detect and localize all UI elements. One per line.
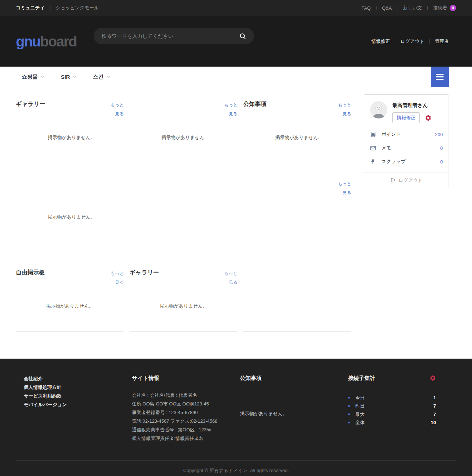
empty-message: 掲示物がありません. [16, 163, 124, 263]
more-link[interactable]: もっと見る [110, 269, 124, 287]
footer-link-company[interactable]: 会社紹介 [24, 374, 132, 383]
search-button[interactable] [238, 31, 248, 41]
memo-label: メモ [382, 145, 391, 151]
empty-message: 掲示物がありません。 [240, 410, 348, 417]
scrap-label: スクラップ [382, 158, 406, 165]
footer-notice: 公知事項 掲示物がありません。 [240, 374, 348, 443]
stat-row-yesterday: 昨日 7 [348, 402, 440, 410]
topbar-right-menu: FAQ Q&A 新しい文 接続者 0 [361, 5, 456, 11]
topbar-left-menu: コミュニティ ショッピングモール [16, 5, 99, 11]
stat-row-max: 最大 7 [348, 410, 440, 418]
more-link[interactable]: もっと見る [223, 269, 237, 287]
topbar-item-shopping-mall[interactable]: ショッピングモール [56, 5, 99, 11]
topbar-item-qna[interactable]: Q&A [382, 5, 392, 11]
site-logo[interactable]: gnuboard [16, 34, 76, 49]
search-bar [94, 28, 254, 44]
more-link[interactable]: もっと見る [223, 100, 237, 118]
section-title: 自由掲示板 [16, 269, 45, 276]
edit-info-button[interactable]: 情報修正 [392, 112, 420, 123]
footer-link-terms[interactable]: サービス利用約款 [24, 392, 132, 400]
avatar [370, 101, 387, 118]
visitors-count-badge: 0 [450, 5, 456, 11]
footer-link-mobile[interactable]: モバイルバージョン [24, 400, 132, 409]
visitor-stats-title: 接続子集計 [348, 374, 375, 382]
stat-value: 10 [431, 418, 436, 427]
search-input[interactable] [102, 33, 238, 39]
more-link[interactable]: もっと見る [337, 100, 351, 118]
nav-item-sir[interactable]: SIR [61, 74, 76, 80]
visitors-label: 接続者 [433, 5, 447, 11]
pin-icon [370, 159, 377, 165]
latest-boards-area: ギャラリー もっと見る 掲示物がありません. もっと見る 掲示物がありません. … [16, 94, 351, 359]
section-title: 公知事項 [243, 100, 266, 108]
stat-row-total: 全体 10 [348, 418, 440, 427]
latest-section-free-board: 自由掲示板 もっと見る 掲示物がありません。 [16, 263, 124, 332]
footer-link-privacy[interactable]: 個人情報処理方針 [24, 383, 132, 392]
empty-message: 掲示物がありません. [130, 118, 238, 163]
latest-section-gallery: ギャラリー もっと見る 掲示物がありません. [16, 94, 124, 163]
topbar-item-faq[interactable]: FAQ [361, 5, 371, 11]
empty-message: 掲示物がありません。 [130, 287, 238, 331]
memo-icon [370, 145, 377, 151]
bullet-icon [348, 397, 350, 399]
divider [395, 39, 395, 44]
header-logout-link[interactable]: ログアウト [400, 38, 424, 45]
member-stats: ポイント 200 メモ 0 スクラップ 0 [364, 126, 449, 172]
bullet-icon [348, 413, 350, 415]
hamburger-menu-button[interactable] [431, 67, 449, 87]
divider [397, 6, 397, 10]
latest-section-untitled: 掲示物がありません. [16, 163, 124, 263]
topbar-item-visitors[interactable]: 接続者 0 [433, 5, 456, 11]
latest-section-untitled: もっと見る 掲示物がありません. [130, 94, 238, 163]
profile-block: 最高管理者さん 情報修正 [364, 95, 449, 126]
footer-site-info: サイト情報 会社名 : 会社名/代表 : 代表者名 住所:OO島 OO市 OO区… [132, 374, 240, 443]
footer-policy-links: 会社紹介 個人情報処理方針 サービス利用約款 モバイルバージョン [24, 374, 132, 443]
divider [50, 6, 50, 10]
latest-row-3: 自由掲示板 もっと見る 掲示物がありません。 ギャラリー もっと見る 掲示物があ… [16, 263, 351, 332]
latest-section-gallery: ギャラリー もっと見る 掲示物がありません。 [130, 263, 238, 332]
logo-text-gnu: gnu [16, 33, 40, 49]
points-icon [370, 131, 377, 138]
points-row[interactable]: ポイント 200 [370, 127, 443, 141]
stat-value: 7 [433, 410, 436, 418]
header-member-menu: 情報修正 ログアウト 管理者 [371, 38, 449, 45]
site-info-line: 会社名 : 会社名/代表 : 代表者名 [132, 391, 240, 400]
copyright-text: Copyright © 所有するドメイン. All rights reserve… [16, 460, 456, 476]
site-header: gnuboard 情報修正 ログアウト 管理者 [0, 16, 472, 67]
more-link[interactable]: もっと見る [110, 100, 124, 118]
more-link[interactable]: もっと見る [337, 179, 351, 197]
gear-icon[interactable] [429, 375, 436, 381]
site-info-title: サイト情報 [132, 374, 240, 382]
logout-button[interactable]: ログアウト [364, 172, 449, 188]
topbar-item-new-posts[interactable]: 新しい文 [403, 5, 422, 11]
memo-value: 0 [440, 145, 443, 151]
empty-message: 掲示物がありません. [243, 118, 351, 163]
profile-info: 最高管理者さん 情報修正 [392, 101, 432, 123]
main-area: ギャラリー もっと見る 掲示物がありません. もっと見る 掲示物がありません. … [0, 87, 472, 359]
header-edit-info-link[interactable]: 情報修正 [371, 38, 390, 45]
site-footer: 会社紹介 個人情報処理方針 サービス利用約款 モバイルバージョン サイト情報 会… [0, 359, 472, 476]
empty-message: 掲示物がありません. [16, 118, 124, 163]
nav-item-label: 스킨 [93, 73, 104, 80]
username: 最高管理者さん [392, 102, 432, 109]
hamburger-icon [436, 74, 444, 75]
site-info-line: 電話:02-123-4567 ファクス:02-123-4568 [132, 417, 240, 426]
scrap-row[interactable]: スクラップ 0 [370, 155, 443, 169]
nav-item-shopping[interactable]: 쇼핑몰 [22, 73, 44, 80]
nav-item-skin[interactable]: 스킨 [93, 73, 110, 80]
stat-label: 全体 [355, 418, 365, 427]
points-label: ポイント [382, 131, 401, 138]
latest-section-blank [130, 163, 238, 263]
topbar-item-community[interactable]: コミュニティ [16, 5, 45, 11]
header-admin-link[interactable]: 管理者 [435, 38, 449, 45]
section-title: ギャラリー [130, 269, 159, 276]
latest-section-blank [243, 263, 351, 332]
footer-visitor-stats: 接続子集計 今日 1 昨日 7 最大 [348, 374, 440, 443]
stat-value: 1 [433, 394, 436, 402]
memo-row[interactable]: メモ 0 [370, 141, 443, 155]
latest-section-untitled: もっと見る [243, 163, 351, 263]
logout-icon [390, 178, 396, 183]
search-icon [239, 33, 246, 40]
bullet-icon [348, 405, 350, 407]
gear-icon[interactable] [425, 114, 432, 121]
